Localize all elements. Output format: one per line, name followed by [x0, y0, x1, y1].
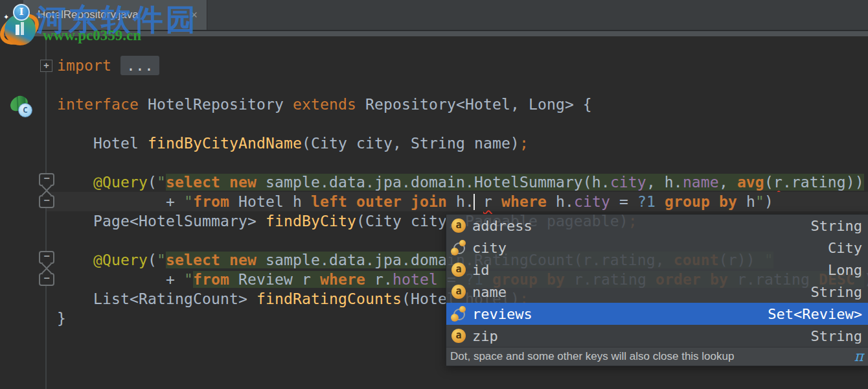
code-token: city: [574, 193, 610, 210]
code-token: [492, 193, 501, 210]
code-token: .rating)): [782, 174, 864, 191]
code-token: ): [764, 193, 773, 210]
code-token: HotelRepository: [148, 96, 293, 113]
attribute-icon: a: [451, 263, 466, 277]
code-token: from: [193, 193, 229, 210]
code-token: [474, 193, 483, 210]
code-token: import: [57, 57, 111, 74]
code-token: [656, 193, 665, 210]
code-token: }: [57, 310, 66, 327]
completion-item[interactable]: cityCity: [446, 237, 868, 259]
code-line[interactable]: + "from Hotel h left outer join h. r whe…: [47, 192, 868, 211]
completion-item-label: city: [472, 240, 507, 256]
code-token: ": [157, 252, 166, 268]
code-token: @Query: [93, 252, 148, 268]
completion-item[interactable]: azipString: [446, 325, 868, 347]
code-token: =: [610, 193, 637, 210]
code-token: group by: [665, 193, 737, 210]
code-line[interactable]: interface HotelRepository extends Reposi…: [47, 95, 868, 114]
pi-icon: π: [854, 349, 863, 364]
code-token: Hotel h: [229, 193, 311, 210]
ide-window: HotelRepository.java × + C − − − − impor…: [0, 0, 868, 389]
code-token: [111, 57, 120, 74]
code-token: sample.data.jpa.domain.HotelSummary(h.: [266, 174, 610, 191]
completion-item-type: Set<Review>: [768, 306, 862, 322]
completion-footer: Dot, space and some other keys will also…: [446, 347, 868, 366]
fold-region-end-icon[interactable]: −: [39, 195, 54, 208]
code-token: List<RatingCount>: [93, 290, 257, 307]
attribute-icon: a: [451, 285, 466, 299]
code-token: left outer join: [311, 193, 447, 210]
toolbar-strip: [0, 31, 868, 36]
code-token: , h.: [646, 174, 683, 191]
footer-hint: Dot, space and some other keys will also…: [450, 350, 734, 363]
code-token: select new: [166, 174, 266, 191]
code-token: ...: [120, 56, 159, 75]
relation-icon: [451, 307, 466, 321]
completion-item-label: reviews: [472, 306, 532, 322]
code-token: +: [166, 193, 184, 210]
completion-popup: aaddressStringcityCityaidLonganameString…: [446, 214, 868, 366]
attribute-icon: a: [451, 218, 466, 233]
code-token: where: [501, 193, 547, 210]
fold-region-end-icon[interactable]: −: [39, 273, 54, 286]
code-token: select new: [166, 252, 266, 268]
code-token: interface: [57, 96, 148, 113]
completion-item-label: address: [472, 218, 532, 234]
code-token: r.: [365, 271, 393, 288]
code-line[interactable]: import ...: [47, 56, 868, 75]
spring-bean-gutter-icon[interactable]: C: [10, 95, 33, 118]
code-token: ?1: [637, 193, 656, 210]
code-token: ": [184, 271, 193, 288]
code-token: (: [148, 174, 157, 191]
code-token: ,: [719, 174, 737, 191]
completion-list: aaddressStringcityCityaidLonganameString…: [446, 215, 868, 347]
code-token: findByCityAndName: [148, 135, 302, 152]
completion-item-type: String: [811, 284, 862, 300]
editor-tab[interactable]: HotelRepository.java ×: [23, 0, 207, 30]
fold-plus-icon[interactable]: +: [40, 60, 52, 72]
code-token: Hotel: [93, 135, 148, 152]
code-token: (: [764, 174, 773, 191]
completion-item[interactable]: aidLong: [446, 259, 868, 281]
code-token: (: [148, 252, 157, 268]
code-token: r: [483, 193, 492, 210]
code-line[interactable]: @Query("select new sample.data.jpa.domai…: [47, 172, 868, 192]
tab-bar: HotelRepository.java ×: [0, 0, 868, 30]
completion-item-label: name: [472, 284, 507, 300]
code-token: hotel: [393, 271, 438, 288]
tab-close-icon[interactable]: ×: [190, 9, 198, 21]
code-token: @Query: [93, 174, 148, 191]
code-token: Repository<Hotel, Long> {: [365, 96, 592, 113]
class-badge-icon: C: [18, 103, 32, 117]
completion-item[interactable]: anameString: [446, 281, 868, 303]
code-token: (City city, String name): [302, 135, 520, 152]
code-token: ;: [520, 135, 529, 152]
code-token: findRatingCounts: [257, 290, 402, 307]
code-token: h.: [547, 193, 574, 210]
code-token: avg: [737, 174, 764, 191]
completion-item[interactable]: reviewsSet<Review>: [446, 303, 868, 325]
code-token: from: [193, 271, 229, 288]
completion-item[interactable]: aaddressString: [446, 215, 868, 237]
code-token: Page<HotelSummary>: [93, 213, 266, 230]
code-token: h: [737, 193, 755, 210]
code-token: name: [683, 174, 719, 191]
code-token: r: [773, 174, 782, 191]
relation-icon: [451, 241, 466, 255]
fold-region-start-icon[interactable]: −: [39, 173, 54, 186]
completion-item-type: City: [828, 240, 862, 256]
fold-region-start-icon[interactable]: −: [39, 251, 54, 264]
completion-item-type: String: [811, 328, 862, 344]
caret: [474, 194, 475, 210]
code-line[interactable]: Hotel findByCityAndName(City city, Strin…: [47, 134, 868, 153]
code-token: +: [166, 271, 184, 288]
code-token: ": [157, 174, 166, 191]
code-token: where: [320, 271, 365, 288]
completion-item-type: Long: [828, 262, 862, 278]
code-token: extends: [293, 96, 365, 113]
code-token: h.: [447, 193, 474, 210]
completion-item-label: id: [472, 262, 490, 278]
code-token: findByCity: [266, 213, 356, 230]
code-token: city: [610, 174, 646, 191]
